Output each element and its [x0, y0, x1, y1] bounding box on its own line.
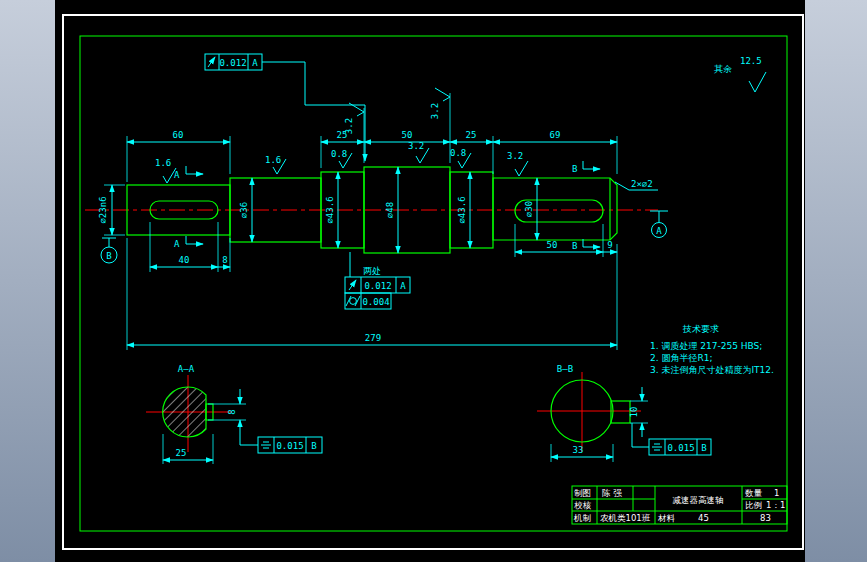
titleblock-checked-label: 校核 — [574, 500, 592, 510]
tech-req-item: 3. 未注倒角尺寸处精度为IT12. — [650, 365, 774, 375]
titleblock-drawn-by: 陈 强 — [602, 488, 622, 498]
cad-viewport[interactable]: 60 25 50 25 69 ∅23n6 ∅36 ∅43.6 ∅48 ∅43.6… — [0, 0, 867, 562]
fcf-datum: A — [400, 281, 406, 291]
section-b-mark-bottom: B — [572, 241, 577, 251]
roughness-value-rotated: 3.2 — [344, 118, 354, 134]
roughness-value: 3.2 — [408, 141, 424, 151]
dim-60: 60 — [173, 130, 184, 140]
shaft-drawing: 60 25 50 25 69 ∅23n6 ∅36 ∅43.6 ∅48 ∅43.6… — [0, 0, 867, 562]
titleblock-drawn-label: 制图 — [574, 488, 591, 498]
dim-50-keyway: 50 — [547, 240, 558, 250]
dim-keyway-width-b: 10 — [629, 407, 639, 418]
fcf-datum: A — [252, 58, 258, 68]
default-roughness-prefix: 其余 — [714, 64, 732, 74]
roughness-value: 0.8 — [331, 149, 347, 159]
datum-left: B — [106, 251, 111, 261]
tech-req-title: 技术要求 — [682, 324, 719, 334]
section-a-mark-bottom: A — [174, 239, 180, 249]
titleblock-qty: 1 — [774, 488, 779, 498]
dia-48: ∅48 — [385, 202, 395, 218]
dim-279-overall: 279 — [365, 333, 381, 343]
titleblock-scale-label: 比例 — [745, 500, 762, 510]
default-roughness-value: 12.5 — [740, 56, 762, 66]
roughness-value: 3.2 — [507, 151, 523, 161]
dia-23n6: ∅23n6 — [98, 196, 108, 223]
tech-req-item: 1. 调质处理 217-255 HBS; — [650, 341, 762, 351]
dim-section-a-width: 25 — [176, 448, 187, 458]
fcf-tolerance: 0.015 — [667, 443, 694, 453]
chamfer-note: 2×∅2 — [631, 179, 653, 189]
section-b-title: B—B — [557, 364, 573, 374]
dim-69: 69 — [550, 130, 561, 140]
titleblock-sheet: 83 — [760, 513, 771, 523]
dim-50-mid: 50 — [402, 130, 413, 140]
fcf-datum: B — [701, 443, 706, 453]
fcf-tolerance: 0.012 — [364, 281, 391, 291]
datum-right: A — [656, 226, 662, 236]
titleblock-material-label: 材料 — [657, 513, 676, 523]
fcf-places-label: 两处 — [363, 266, 381, 276]
titleblock-dept: 农机类101班 — [600, 513, 651, 523]
fcf-tolerance: 0.015 — [276, 441, 303, 451]
titleblock-part-title: 减速器高速轴 — [673, 495, 724, 505]
fcf-datum: B — [311, 441, 316, 451]
dim-9: 9 — [607, 240, 612, 250]
dim-keyway-width-a: 8 — [227, 409, 237, 414]
dim-40: 40 — [179, 255, 190, 265]
titleblock-material: 45 — [698, 513, 709, 523]
dim-8: 8 — [222, 255, 227, 265]
tech-req-item: 2. 圆角半径R1; — [650, 353, 712, 363]
drawing-canvas[interactable] — [55, 0, 805, 562]
section-a-title: A—A — [178, 364, 195, 374]
dia-43-right: ∅43.6 — [457, 196, 467, 223]
fcf-tolerance: 0.012 — [219, 58, 246, 68]
dim-25-right: 25 — [466, 130, 477, 140]
dia-43-left: ∅43.6 — [325, 196, 335, 223]
roughness-value: 1.6 — [155, 158, 171, 168]
roughness-value: 0.8 — [450, 148, 466, 158]
roughness-value: 1.6 — [265, 155, 281, 165]
titleblock-qty-label: 数量 — [745, 488, 763, 498]
dim-section-b-width: 33 — [573, 445, 584, 455]
section-a-circle — [163, 387, 206, 437]
fcf-tolerance: 0.004 — [362, 297, 389, 307]
titleblock-dept-label: 机制 — [573, 513, 592, 523]
section-b-mark-top: B — [572, 164, 577, 174]
dia-36: ∅36 — [239, 202, 249, 218]
dia-30: ∅30 — [524, 201, 534, 217]
titleblock-scale: 1：1 — [766, 500, 785, 510]
roughness-value-rotated: 3.2 — [430, 103, 440, 119]
section-a-mark-top: A — [174, 170, 180, 180]
